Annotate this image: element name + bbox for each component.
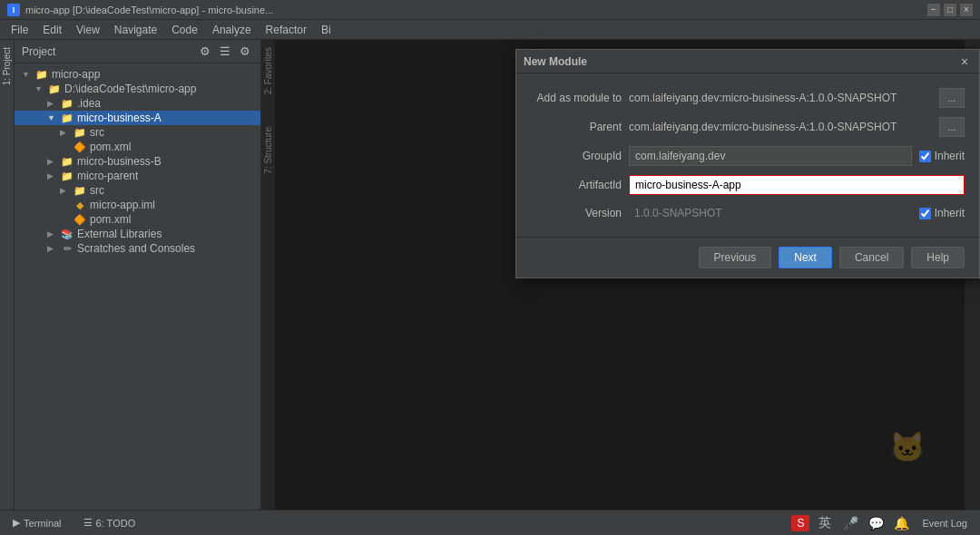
folder-icon-src2: 📁 xyxy=(73,184,87,197)
terminal-icon: ▶ xyxy=(13,517,20,529)
help-button[interactable]: Help xyxy=(911,247,965,268)
menu-code[interactable]: Code xyxy=(164,22,205,38)
menu-bi[interactable]: Bi xyxy=(314,22,338,38)
menu-file[interactable]: File xyxy=(4,22,35,38)
status-mic-icon[interactable]: 🎤 xyxy=(840,513,860,533)
tree-item-pom1[interactable]: 🔶 pom.xml xyxy=(15,140,260,154)
tree-item-micro-parent[interactable]: ▶ 📁 micro-parent xyxy=(15,169,260,183)
label-parent: Parent xyxy=(531,121,622,133)
arrow-micro-business-A: ▼ xyxy=(47,113,60,122)
value-add-as-module: com.laifeiyang.dev:micro-business-A:1.0.… xyxy=(629,92,932,104)
tree-item-path[interactable]: ▼ 📁 D:\ideaCodeTest\micro-app xyxy=(15,82,260,96)
menu-navigate[interactable]: Navigate xyxy=(107,22,164,38)
tree-item-idea[interactable]: ▶ 📁 .idea xyxy=(15,96,260,111)
menu-analyze[interactable]: Analyze xyxy=(205,22,259,38)
new-module-dialog: New Module × Add as module to com.laifei… xyxy=(515,49,980,278)
folder-icon-micro-app: 📁 xyxy=(34,68,49,81)
next-button[interactable]: Next xyxy=(779,247,832,268)
arrow-ext-libs: ▶ xyxy=(47,229,60,238)
status-terminal[interactable]: ▶ Terminal xyxy=(7,515,67,530)
folder-icon-micro-parent: 📁 xyxy=(60,170,74,182)
minimize-button[interactable]: − xyxy=(927,4,940,16)
modal-title-bar: New Module × xyxy=(516,50,979,73)
version-value: 1.0.0-SNAPSHOT xyxy=(629,204,912,222)
tree-item-src1[interactable]: ▶ 📁 src xyxy=(15,125,260,140)
label-micro-parent: micro-parent xyxy=(77,170,138,182)
menu-bar: File Edit View Navigate Code Analyze Ref… xyxy=(0,20,980,40)
label-micro-app: micro-app xyxy=(52,68,100,81)
inherit-groupid-checkbox[interactable]: Inherit xyxy=(919,150,965,162)
sidebar-header: Project ⚙ ☰ ⚙ xyxy=(15,40,260,63)
folder-icon-path: 📁 xyxy=(47,83,62,95)
tree-item-src2[interactable]: ▶ 📁 src xyxy=(15,183,260,198)
modal-title: New Module xyxy=(524,55,587,68)
previous-button[interactable]: Previous xyxy=(699,247,772,268)
tree-item-micro-app-iml[interactable]: ◆ micro-app.iml xyxy=(15,198,260,212)
status-todo[interactable]: ☰ 6: TODO xyxy=(78,515,142,530)
label-src1: src xyxy=(90,126,104,139)
xml-icon-pom2: 🔶 xyxy=(73,213,87,226)
iml-icon: ◆ xyxy=(73,199,87,211)
form-row-add-as-module: Add as module to com.laifeiyang.dev:micr… xyxy=(531,88,965,108)
tree-item-ext-libs[interactable]: ▶ 📚 External Libraries xyxy=(15,227,260,241)
form-row-parent: Parent com.laifeiyang.dev:micro-business… xyxy=(531,117,965,137)
title-bar-text: micro-app [D:\ideaCodeTest\micro-app] - … xyxy=(25,5,927,15)
label-ext-libs: External Libraries xyxy=(77,228,162,240)
tree-item-pom2[interactable]: 🔶 pom.xml xyxy=(15,212,260,227)
status-input-method[interactable]: 英 xyxy=(815,513,835,533)
status-s-icon[interactable]: S xyxy=(791,515,809,531)
sidebar-expand-icon[interactable]: ☰ xyxy=(217,44,233,59)
arrow-scratches: ▶ xyxy=(47,244,60,253)
sidebar: Project ⚙ ☰ ⚙ ▼ 📁 micro-app ▼ 📁 D:\ideaC… xyxy=(15,40,261,510)
label-groupid: GroupId xyxy=(531,150,622,162)
arrow-micro-parent: ▶ xyxy=(47,171,60,180)
tree-item-scratches[interactable]: ▶ ✏ Scratches and Consoles xyxy=(15,241,260,256)
menu-edit[interactable]: Edit xyxy=(35,22,69,38)
modal-body: Add as module to com.laifeiyang.dev:micr… xyxy=(516,73,979,237)
xml-icon-pom1: 🔶 xyxy=(73,141,87,153)
tree-item-micro-business-B[interactable]: ▶ 📁 micro-business-B xyxy=(15,154,260,169)
tree-item-micro-business-A[interactable]: ▼ 📁 micro-business-A xyxy=(15,111,260,125)
label-src2: src xyxy=(90,184,104,197)
inherit-version-check[interactable] xyxy=(919,208,931,219)
sidebar-gear-icon[interactable]: ⚙ xyxy=(237,44,253,59)
artifactid-input[interactable] xyxy=(629,175,965,195)
modal-close-button[interactable]: × xyxy=(957,54,972,69)
menu-view[interactable]: View xyxy=(69,22,107,38)
status-event-log[interactable]: Event Log xyxy=(916,516,973,530)
tree-container: ▼ 📁 micro-app ▼ 📁 D:\ideaCodeTest\micro-… xyxy=(15,63,260,510)
todo-icon: ☰ xyxy=(83,517,93,529)
modal-footer: Previous Next Cancel Help xyxy=(516,237,979,277)
title-bar: I micro-app [D:\ideaCodeTest\micro-app] … xyxy=(0,0,980,20)
parent-browse-button[interactable]: ... xyxy=(939,117,965,137)
menu-refactor[interactable]: Refactor xyxy=(259,22,314,38)
maximize-button[interactable]: □ xyxy=(944,4,956,16)
form-row-version: Version 1.0.0-SNAPSHOT Inherit xyxy=(531,204,965,222)
inherit-version-checkbox[interactable]: Inherit xyxy=(919,207,965,219)
close-button[interactable]: × xyxy=(960,4,973,16)
inherit-groupid-check[interactable] xyxy=(919,151,931,162)
folder-icon-idea: 📁 xyxy=(60,97,74,110)
modal-overlay: New Module × Add as module to com.laifei… xyxy=(261,40,980,510)
form-row-groupid: GroupId Inherit xyxy=(531,146,965,166)
status-chat-icon[interactable]: 💬 xyxy=(866,513,886,533)
label-scratches: Scratches and Consoles xyxy=(77,242,195,255)
label-add-as-module: Add as module to xyxy=(531,92,622,104)
label-artifactid: ArtifactId xyxy=(531,179,622,191)
cancel-button[interactable]: Cancel xyxy=(839,247,904,268)
sidebar-tab-project[interactable]: 1: Project xyxy=(0,42,14,91)
status-bell-icon[interactable]: 🔔 xyxy=(891,513,911,533)
label-version: Version xyxy=(531,207,622,219)
app-icon: I xyxy=(7,4,20,16)
status-left: ▶ Terminal ☰ 6: TODO xyxy=(7,515,141,530)
groupid-input[interactable] xyxy=(629,146,912,166)
label-micro-business-B: micro-business-B xyxy=(77,155,162,168)
tree-item-micro-app[interactable]: ▼ 📁 micro-app xyxy=(15,67,260,82)
sidebar-sync-icon[interactable]: ⚙ xyxy=(197,44,213,59)
label-path: D:\ideaCodeTest\micro-app xyxy=(64,83,196,95)
add-as-module-browse-button[interactable]: ... xyxy=(939,88,965,108)
title-bar-controls: − □ × xyxy=(927,4,973,16)
arrow-path: ▼ xyxy=(34,84,47,93)
sidebar-title: Project xyxy=(22,45,55,58)
form-row-artifactid: ArtifactId xyxy=(531,175,965,195)
